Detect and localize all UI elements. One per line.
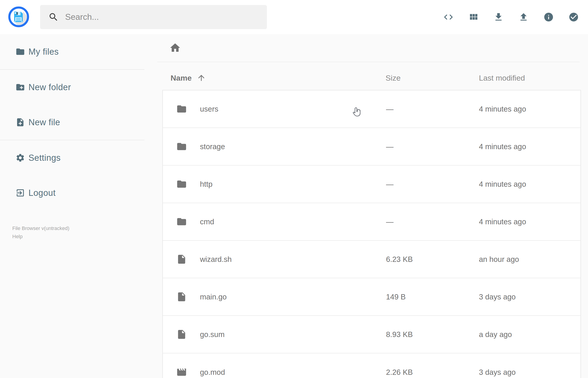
column-header-modified[interactable]: Last modified [479, 74, 581, 82]
sidebar-item-settings[interactable]: Settings [0, 140, 144, 175]
table-row[interactable]: storage — 4 minutes ago [163, 128, 580, 165]
table-row[interactable]: main.go 149 B 3 days ago [163, 278, 580, 316]
home-icon [169, 42, 181, 54]
file-icon [176, 329, 187, 340]
listing-column-headers: Name Size Last modified [162, 68, 581, 87]
sidebar-item-label: Logout [28, 188, 55, 198]
file-modified: an hour ago [479, 255, 580, 264]
file-modified: a day ago [479, 330, 580, 339]
folder-icon [176, 141, 187, 152]
file-icon [176, 254, 187, 265]
file-size: 8.93 KB [386, 330, 479, 339]
folder-icon [15, 47, 25, 56]
search-input[interactable] [65, 12, 267, 22]
file-modified: 4 minutes ago [479, 180, 580, 189]
sidebar-item-label: Settings [28, 153, 61, 163]
sidebar-item-new-file[interactable]: New file [0, 105, 144, 140]
file-browser-logo[interactable] [7, 5, 30, 28]
file-name: go.sum [200, 330, 386, 339]
folder-icon [176, 216, 187, 227]
app-version: File Browser v(untracked) [12, 224, 69, 232]
file-plus-icon [15, 118, 25, 127]
file-icon [176, 291, 187, 302]
sidebar-item-new-folder[interactable]: New folder [0, 70, 144, 105]
grid-icon [468, 12, 479, 22]
sidebar-footer: File Browser v(untracked) Help [12, 224, 69, 241]
column-header-name[interactable]: Name [171, 73, 386, 82]
breadcrumb-home-button[interactable] [167, 40, 183, 56]
table-row[interactable]: users — 4 minutes ago [163, 90, 580, 128]
sidebar-item-label: My files [28, 47, 59, 57]
switch-view-button[interactable] [468, 12, 479, 22]
file-name: cmd [200, 217, 386, 226]
logout-icon [15, 188, 25, 198]
check-circle-icon [568, 12, 579, 22]
file-name: storage [200, 142, 386, 151]
breadcrumb-divider [157, 62, 580, 62]
select-multiple-button[interactable] [568, 12, 579, 22]
sidebar-item-label: New folder [28, 82, 71, 92]
top-bar [0, 0, 588, 34]
sidebar: My files New folder New file Settings Lo… [0, 34, 144, 378]
file-name: main.go [200, 293, 386, 301]
file-size: — [386, 142, 479, 151]
search-icon [48, 12, 59, 22]
table-row[interactable]: cmd — 4 minutes ago [163, 203, 580, 241]
file-modified: 4 minutes ago [479, 105, 580, 113]
help-link[interactable]: Help [12, 232, 23, 241]
info-button[interactable] [543, 12, 554, 22]
gear-icon [15, 153, 25, 162]
file-listing: users — 4 minutes ago storage — 4 minute… [162, 90, 581, 378]
shell-button[interactable] [443, 12, 454, 22]
header-actions [443, 0, 579, 34]
file-modified: 3 days ago [479, 368, 580, 377]
file-size: — [386, 180, 479, 189]
sidebar-item-my-files[interactable]: My files [0, 34, 144, 69]
file-size: 2.26 KB [386, 368, 479, 377]
download-icon [493, 12, 504, 22]
upload-button[interactable] [518, 12, 529, 22]
file-name: users [200, 105, 386, 113]
file-name: wizard.sh [200, 255, 386, 264]
search-bar[interactable] [40, 5, 267, 29]
main-area: Name Size Last modified users — 4 minute… [144, 34, 588, 378]
code-icon [443, 12, 454, 22]
folder-icon [176, 179, 187, 189]
file-name: http [200, 180, 386, 189]
file-modified: 4 minutes ago [479, 217, 580, 226]
file-size: — [386, 105, 479, 113]
file-size: 6.23 KB [386, 255, 479, 264]
movie-icon [176, 367, 187, 378]
table-row[interactable]: wizard.sh 6.23 KB an hour ago [163, 241, 580, 278]
table-row[interactable]: http — 4 minutes ago [163, 165, 580, 203]
folder-icon [176, 104, 187, 114]
file-modified: 3 days ago [479, 293, 580, 301]
info-icon [543, 12, 554, 22]
file-size: — [386, 217, 479, 226]
sort-ascending-icon [197, 73, 206, 82]
file-name: go.mod [200, 368, 386, 377]
sidebar-item-label: New file [28, 118, 60, 127]
sidebar-item-logout[interactable]: Logout [0, 175, 144, 210]
column-header-size[interactable]: Size [386, 74, 479, 82]
table-row[interactable]: go.mod 2.26 KB 3 days ago [163, 353, 580, 378]
file-size: 149 B [386, 293, 479, 301]
download-button[interactable] [493, 12, 504, 22]
folder-plus-icon [15, 82, 25, 92]
upload-icon [518, 12, 529, 22]
file-modified: 4 minutes ago [479, 142, 580, 151]
table-row[interactable]: go.sum 8.93 KB a day ago [163, 316, 580, 353]
